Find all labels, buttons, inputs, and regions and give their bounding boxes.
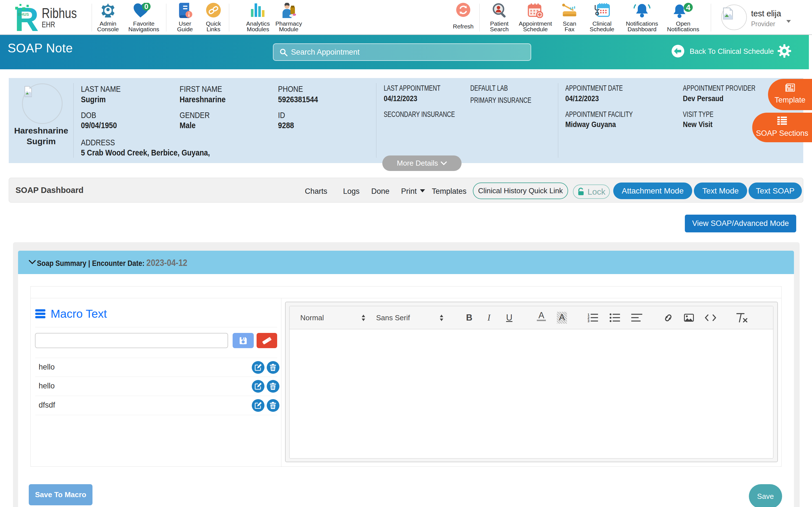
svg-text:4: 4 <box>686 3 691 12</box>
svg-text:R: R <box>15 3 39 32</box>
svg-text:A: A <box>539 311 545 320</box>
svg-text:3: 3 <box>588 319 590 323</box>
svg-text:BHUS: BHUS <box>18 12 29 17</box>
svg-text:0: 0 <box>144 3 148 11</box>
